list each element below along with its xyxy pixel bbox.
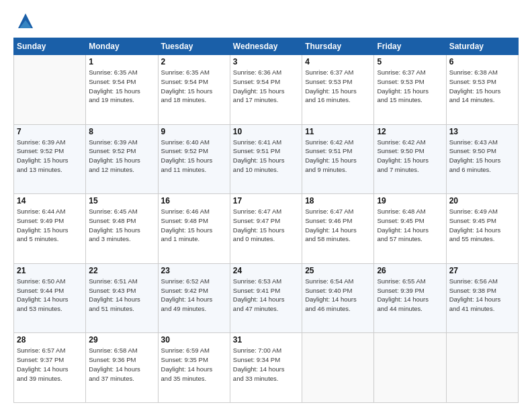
day-number: 10: [233, 127, 299, 136]
day-number: 24: [233, 266, 299, 275]
calendar-cell: 13Sunrise: 6:43 AMSunset: 9:50 PMDayligh…: [446, 124, 518, 194]
calendar-cell: 24Sunrise: 6:53 AMSunset: 9:41 PMDayligh…: [230, 263, 302, 333]
day-info: Sunrise: 6:49 AMSunset: 9:45 PMDaylight:…: [449, 207, 515, 244]
calendar-cell: 3Sunrise: 6:36 AMSunset: 9:54 PMDaylight…: [230, 55, 302, 125]
calendar-cell: 5Sunrise: 6:37 AMSunset: 9:53 PMDaylight…: [374, 55, 446, 125]
calendar-cell: 15Sunrise: 6:45 AMSunset: 9:48 PMDayligh…: [86, 194, 158, 264]
weekday-header-wednesday: Wednesday: [230, 38, 302, 55]
logo-icon: [15, 11, 36, 31]
day-info: Sunrise: 6:53 AMSunset: 9:41 PMDaylight:…: [233, 277, 299, 314]
day-number: 20: [449, 196, 515, 205]
day-number: 29: [89, 335, 154, 345]
day-info: Sunrise: 6:35 AMSunset: 9:54 PMDaylight:…: [89, 68, 154, 105]
calendar-cell: [446, 333, 518, 403]
day-number: 25: [305, 266, 371, 275]
calendar-cell: 16Sunrise: 6:46 AMSunset: 9:48 PMDayligh…: [158, 194, 230, 264]
weekday-header-sunday: Sunday: [14, 38, 86, 55]
day-number: 19: [377, 196, 443, 205]
day-number: 28: [17, 335, 83, 345]
day-number: 22: [89, 266, 154, 275]
day-number: 21: [17, 266, 83, 275]
day-info: Sunrise: 6:47 AMSunset: 9:47 PMDaylight:…: [233, 207, 299, 244]
calendar-cell: 7Sunrise: 6:39 AMSunset: 9:52 PMDaylight…: [14, 124, 86, 194]
day-number: 11: [305, 127, 371, 136]
day-info: Sunrise: 6:39 AMSunset: 9:52 PMDaylight:…: [17, 138, 83, 175]
day-number: 6: [449, 57, 515, 66]
week-row-2: 7Sunrise: 6:39 AMSunset: 9:52 PMDaylight…: [14, 124, 519, 194]
day-info: Sunrise: 6:38 AMSunset: 9:53 PMDaylight:…: [449, 68, 515, 105]
day-info: Sunrise: 6:47 AMSunset: 9:46 PMDaylight:…: [305, 207, 371, 244]
day-info: Sunrise: 6:54 AMSunset: 9:40 PMDaylight:…: [305, 277, 371, 314]
day-number: 17: [233, 196, 299, 205]
day-number: 2: [161, 57, 227, 66]
week-row-1: 1Sunrise: 6:35 AMSunset: 9:54 PMDaylight…: [14, 55, 519, 125]
day-number: 26: [377, 266, 443, 275]
calendar-cell: 22Sunrise: 6:51 AMSunset: 9:43 PMDayligh…: [86, 263, 158, 333]
day-info: Sunrise: 6:41 AMSunset: 9:51 PMDaylight:…: [233, 138, 299, 175]
calendar-cell: 18Sunrise: 6:47 AMSunset: 9:46 PMDayligh…: [302, 194, 374, 264]
day-number: 16: [161, 196, 227, 205]
calendar-cell: [302, 333, 374, 403]
calendar-cell: 25Sunrise: 6:54 AMSunset: 9:40 PMDayligh…: [302, 263, 374, 333]
day-number: 31: [233, 335, 299, 345]
page: SundayMondayTuesdayWednesdayThursdayFrid…: [0, 0, 532, 411]
weekday-header-tuesday: Tuesday: [158, 38, 230, 55]
calendar-cell: 27Sunrise: 6:56 AMSunset: 9:38 PMDayligh…: [446, 263, 518, 333]
day-info: Sunrise: 6:48 AMSunset: 9:45 PMDaylight:…: [377, 207, 443, 244]
calendar-cell: 17Sunrise: 6:47 AMSunset: 9:47 PMDayligh…: [230, 194, 302, 264]
day-info: Sunrise: 6:39 AMSunset: 9:52 PMDaylight:…: [89, 138, 154, 175]
day-info: Sunrise: 6:57 AMSunset: 9:37 PMDaylight:…: [17, 346, 83, 383]
calendar-cell: [14, 55, 86, 125]
day-info: Sunrise: 7:00 AMSunset: 9:34 PMDaylight:…: [233, 346, 299, 383]
day-info: Sunrise: 6:58 AMSunset: 9:36 PMDaylight:…: [89, 346, 154, 383]
weekday-header-friday: Friday: [374, 38, 446, 55]
week-row-5: 28Sunrise: 6:57 AMSunset: 9:37 PMDayligh…: [14, 333, 519, 403]
day-info: Sunrise: 6:52 AMSunset: 9:42 PMDaylight:…: [161, 277, 227, 314]
weekday-header-monday: Monday: [86, 38, 158, 55]
day-info: Sunrise: 6:42 AMSunset: 9:50 PMDaylight:…: [377, 138, 443, 175]
weekday-header-row: SundayMondayTuesdayWednesdayThursdayFrid…: [14, 38, 519, 55]
calendar-cell: 1Sunrise: 6:35 AMSunset: 9:54 PMDaylight…: [86, 55, 158, 125]
logo: [13, 11, 36, 31]
calendar-table: SundayMondayTuesdayWednesdayThursdayFrid…: [13, 38, 519, 403]
calendar-cell: 26Sunrise: 6:55 AMSunset: 9:39 PMDayligh…: [374, 263, 446, 333]
day-number: 4: [305, 57, 371, 66]
day-info: Sunrise: 6:55 AMSunset: 9:39 PMDaylight:…: [377, 277, 443, 314]
day-number: 23: [161, 266, 227, 275]
calendar-cell: 4Sunrise: 6:37 AMSunset: 9:53 PMDaylight…: [302, 55, 374, 125]
week-row-4: 21Sunrise: 6:50 AMSunset: 9:44 PMDayligh…: [14, 263, 519, 333]
calendar-cell: 20Sunrise: 6:49 AMSunset: 9:45 PMDayligh…: [446, 194, 518, 264]
day-info: Sunrise: 6:43 AMSunset: 9:50 PMDaylight:…: [449, 138, 515, 175]
day-info: Sunrise: 6:37 AMSunset: 9:53 PMDaylight:…: [377, 68, 443, 105]
day-info: Sunrise: 6:37 AMSunset: 9:53 PMDaylight:…: [305, 68, 371, 105]
weekday-header-thursday: Thursday: [302, 38, 374, 55]
calendar-cell: 2Sunrise: 6:35 AMSunset: 9:54 PMDaylight…: [158, 55, 230, 125]
calendar-cell: 31Sunrise: 7:00 AMSunset: 9:34 PMDayligh…: [230, 333, 302, 403]
calendar-cell: 30Sunrise: 6:59 AMSunset: 9:35 PMDayligh…: [158, 333, 230, 403]
day-number: 8: [89, 127, 154, 136]
day-number: 3: [233, 57, 299, 66]
day-number: 13: [449, 127, 515, 136]
calendar-cell: 10Sunrise: 6:41 AMSunset: 9:51 PMDayligh…: [230, 124, 302, 194]
calendar-cell: 21Sunrise: 6:50 AMSunset: 9:44 PMDayligh…: [14, 263, 86, 333]
calendar-cell: 9Sunrise: 6:40 AMSunset: 9:52 PMDaylight…: [158, 124, 230, 194]
day-number: 18: [305, 196, 371, 205]
calendar-cell: 8Sunrise: 6:39 AMSunset: 9:52 PMDaylight…: [86, 124, 158, 194]
day-info: Sunrise: 6:44 AMSunset: 9:49 PMDaylight:…: [17, 207, 83, 244]
calendar-cell: 6Sunrise: 6:38 AMSunset: 9:53 PMDaylight…: [446, 55, 518, 125]
day-info: Sunrise: 6:46 AMSunset: 9:48 PMDaylight:…: [161, 207, 227, 244]
day-info: Sunrise: 6:40 AMSunset: 9:52 PMDaylight:…: [161, 138, 227, 175]
calendar-cell: 11Sunrise: 6:42 AMSunset: 9:51 PMDayligh…: [302, 124, 374, 194]
day-number: 7: [17, 127, 83, 136]
day-info: Sunrise: 6:35 AMSunset: 9:54 PMDaylight:…: [161, 68, 227, 105]
day-info: Sunrise: 6:56 AMSunset: 9:38 PMDaylight:…: [449, 277, 515, 314]
day-number: 14: [17, 196, 83, 205]
day-info: Sunrise: 6:50 AMSunset: 9:44 PMDaylight:…: [17, 277, 83, 314]
calendar-cell: 12Sunrise: 6:42 AMSunset: 9:50 PMDayligh…: [374, 124, 446, 194]
day-number: 5: [377, 57, 443, 66]
day-number: 1: [89, 57, 154, 66]
day-number: 9: [161, 127, 227, 136]
day-number: 30: [161, 335, 227, 345]
day-info: Sunrise: 6:59 AMSunset: 9:35 PMDaylight:…: [161, 346, 227, 383]
week-row-3: 14Sunrise: 6:44 AMSunset: 9:49 PMDayligh…: [14, 194, 519, 264]
